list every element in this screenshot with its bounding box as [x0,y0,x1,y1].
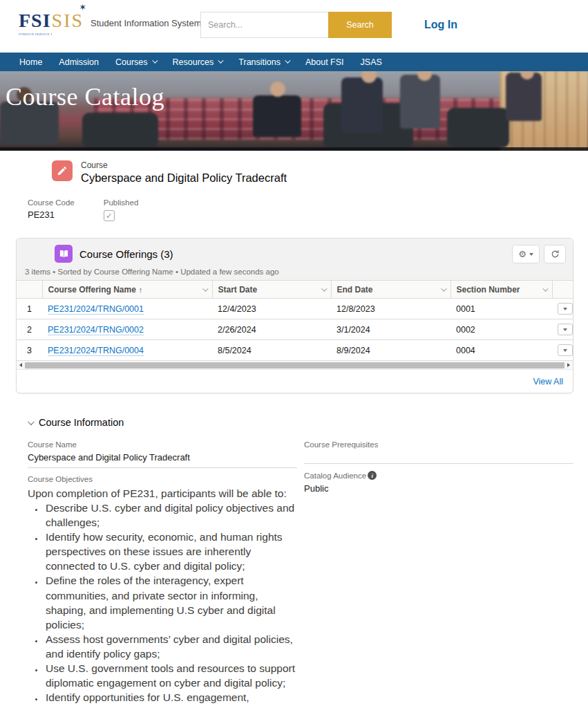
field-published: Published ✓ [104,198,139,221]
record-header: Course Cyberspace and Digital Policy Tra… [52,160,588,185]
hero-banner: Course Catalog [0,71,588,151]
scrollbar-thumb[interactable] [25,362,565,369]
offering-link[interactable]: PE231/2024/TRNG/0004 [48,346,144,355]
col-end-date[interactable]: End Date [331,281,451,299]
caret-down-icon [563,308,567,310]
chevron-down-icon [218,57,223,63]
nav-item-home[interactable]: Home [19,57,42,67]
objective-item: Identify opportunities for U.S. engageme… [44,690,297,708]
course-offerings-card: Course Offerings (3) ⚙ 3 items • Sorted … [16,238,573,393]
search-button[interactable]: Search [328,12,392,38]
list-settings-button[interactable]: ⚙ [512,245,540,263]
objective-item: Define the roles of the interagency, exp… [44,573,297,631]
end-date-cell: 3/1/2024 [331,319,451,340]
nav-item-jsas[interactable]: JSAS [361,57,382,67]
nav-item-admission[interactable]: Admission [59,57,99,67]
chevron-down-icon [152,57,158,63]
view-all-link[interactable]: View All [533,377,563,386]
start-date-cell: 8/5/2024 [212,340,331,361]
course-name-value: Cyberspace and Digital Policy Tradecraft [28,452,297,468]
section-header[interactable]: Course Information [28,417,573,428]
field-course-code: Course Code PE231 [28,198,75,221]
col-course-offering-name[interactable]: Course Offering Name ↑ [42,281,212,299]
course-offerings-book-icon [55,245,73,263]
chevron-down-icon[interactable] [542,286,548,291]
gear-icon: ⚙ [518,250,527,259]
offerings-table: Course Offering Name ↑ Start Date End Da… [17,280,573,361]
nav-item-courses[interactable]: Courses [115,57,156,67]
offering-link[interactable]: PE231/2024/TRNG/0001 [48,304,144,314]
row-number-header [17,281,42,299]
horizontal-scrollbar[interactable] [17,361,573,370]
sort-asc-icon: ↑ [139,286,143,294]
refresh-icon [551,250,560,259]
table-header-row: Course Offering Name ↑ Start Date End Da… [17,281,573,299]
refresh-button[interactable] [544,245,566,263]
section-title: Course Information [39,417,124,428]
course-prerequisites-value [304,452,573,464]
table-row: 1 PE231/2024/TRNG/0001 12/4/2023 12/8/20… [17,299,573,319]
col-actions [552,281,573,299]
course-objectives-value: Upon completion of PE231, participants w… [28,486,297,708]
caret-down-icon [563,349,567,352]
row-actions-button[interactable] [558,324,573,335]
nav-item-transitions[interactable]: Transitions [238,57,289,67]
caret-down-icon [563,328,567,331]
objective-item: Identify how security, economic, and hum… [44,530,297,573]
course-name-label: Course Name [28,440,297,449]
nav-item-about-fsi[interactable]: About FSI [305,57,344,67]
chevron-down-icon[interactable] [321,286,327,291]
logo-subtitle: Student Information System [91,18,201,28]
col-section-number[interactable]: Section Number [451,281,552,299]
star-icon: ✶ [79,2,86,13]
logo-fsi-text: FSI [19,10,51,32]
search-input[interactable] [200,12,328,38]
details-right-column: Course Prerequisites Catalog Audience i … [304,440,573,501]
end-date-cell: 12/8/2023 [331,299,451,319]
chevron-down-icon[interactable] [441,286,446,291]
col-start-date[interactable]: Start Date [212,281,331,299]
field-course-objectives: Course Objectives Upon completion of PE2… [28,475,297,708]
course-information-section: Course Information Course Name Cyberspac… [28,417,573,708]
chevron-down-icon [285,57,290,63]
course-prerequisites-label: Course Prerequisites [304,440,573,449]
row-number: 3 [17,340,42,361]
catalog-audience-label: Catalog Audience [304,472,366,480]
caret-down-icon [529,253,533,256]
nav-item-resources[interactable]: Resources [173,57,222,67]
published-checkbox[interactable]: ✓ [104,210,115,221]
chevron-down-icon[interactable] [202,286,208,291]
entity-label: Course [81,160,287,170]
section-number-cell: 0004 [451,340,552,361]
published-label: Published [104,198,139,207]
related-list-meta: 3 items • Sorted by Course Offering Name… [25,268,565,276]
related-list-footer: View All [17,370,573,393]
site-logo[interactable]: FSI ✶ SIS FOREIGN SERVICE INSTITUTE Stud… [19,10,201,32]
table-row: 3 PE231/2024/TRNG/0004 8/5/2024 8/9/2024… [17,340,573,361]
end-date-cell: 8/9/2024 [331,340,451,361]
start-date-cell: 12/4/2023 [212,299,331,319]
offering-link[interactable]: PE231/2024/TRNG/0002 [48,325,144,335]
checkmark-icon: ✓ [106,212,112,221]
row-actions-button[interactable] [558,344,573,356]
field-course-name: Course Name Cyberspace and Digital Polic… [28,440,297,468]
scroll-right-arrow[interactable] [565,363,573,367]
details-left-column: Course Name Cyberspace and Digital Polic… [28,440,297,708]
fsi-sis-logo: FSI ✶ SIS FOREIGN SERVICE INSTITUTE [19,10,84,32]
scroll-left-arrow[interactable] [17,363,25,367]
chevron-down-icon [28,418,35,425]
section-number-cell: 0001 [451,299,552,319]
row-number: 1 [17,299,42,319]
record-highlight-fields: Course Code PE231 Published ✓ [28,198,588,221]
catalog-audience-value: Public [304,483,573,494]
info-icon[interactable]: i [368,471,377,480]
main-navbar: Home Admission Courses Resources Transit… [0,53,588,71]
login-link[interactable]: Log In [424,19,457,31]
objectives-intro: Upon completion of PE231, participants w… [28,486,297,501]
course-code-value: PE231 [28,209,75,220]
logo-tagline: FOREIGN SERVICE INSTITUTE [19,32,52,36]
start-date-cell: 2/26/2024 [212,319,331,340]
objective-item: Assess host governments’ cyber and digit… [44,632,297,661]
row-actions-button[interactable] [558,303,573,315]
page-title: Course Catalog [6,82,164,111]
